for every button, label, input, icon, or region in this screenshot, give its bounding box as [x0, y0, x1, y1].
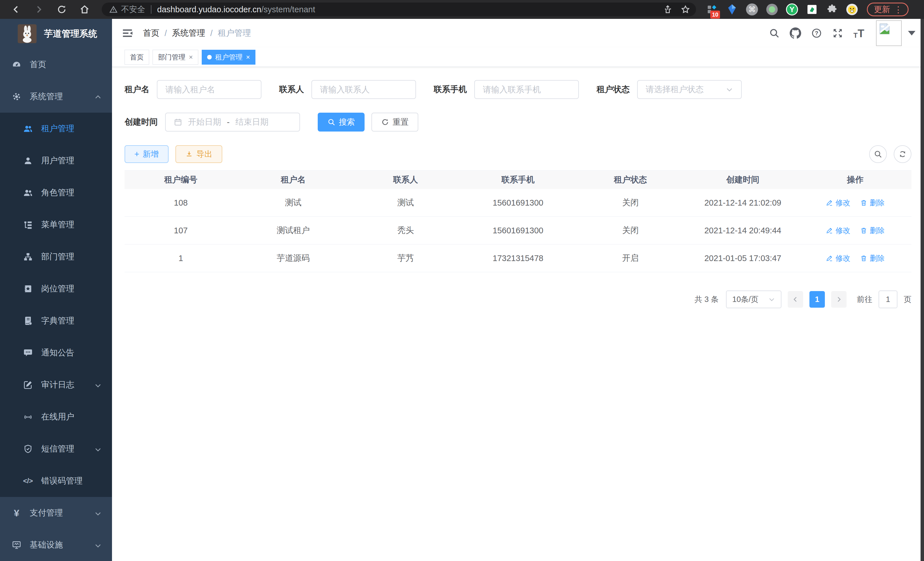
help-button[interactable]: ?: [811, 27, 822, 39]
sidebar-item-error-code[interactable]: </> 错误码管理: [0, 465, 112, 497]
sidebar-logo[interactable]: 芋道管理系统: [0, 19, 112, 49]
download-icon: [185, 150, 193, 158]
sidebar-item-home[interactable]: 首页: [0, 49, 112, 81]
home-icon: [80, 4, 90, 15]
browser-menu-dots-icon[interactable]: ⋮: [894, 5, 903, 15]
cell-tenant-name: 测试租户: [237, 225, 349, 236]
sidebar-item-label: 短信管理: [41, 443, 94, 455]
chevron-left-icon: [792, 296, 799, 303]
reset-button[interactable]: 重置: [371, 113, 418, 132]
col-header-actions: 操作: [799, 174, 911, 186]
sidebar-item-tenant[interactable]: 租户管理: [0, 113, 112, 145]
header-search-button[interactable]: [769, 27, 780, 39]
tenant-name-label: 租户名: [124, 84, 149, 95]
user-avatar-menu[interactable]: [876, 20, 915, 46]
sidebar-collapse-button[interactable]: [121, 27, 134, 39]
profile-avatar-button[interactable]: [846, 3, 858, 16]
tab-dept[interactable]: 部门管理 ×: [153, 50, 198, 65]
extension-grid-icon[interactable]: 10: [706, 3, 718, 16]
github-link[interactable]: [790, 27, 801, 39]
tab-close-icon[interactable]: ×: [246, 53, 250, 61]
sidebar-item-menu[interactable]: 菜单管理: [0, 209, 112, 241]
edit-link[interactable]: 修改: [826, 198, 850, 208]
tab-tenant[interactable]: 租户管理 ×: [202, 50, 255, 65]
dashboard-icon: [11, 59, 22, 70]
avatar[interactable]: [876, 20, 902, 46]
bookmark-button[interactable]: [681, 5, 690, 14]
table-header-row: 租户编号 租户名 联系人 联系手机 租户状态 创建时间 操作: [124, 171, 911, 189]
fullscreen-button[interactable]: [832, 27, 843, 39]
col-header-created: 创建时间: [687, 174, 799, 186]
date-start-placeholder: 开始日期: [188, 116, 221, 128]
delete-link[interactable]: 删除: [860, 253, 885, 263]
toggle-search-button[interactable]: [869, 145, 887, 163]
search-button[interactable]: 搜索: [318, 113, 364, 132]
edit-link[interactable]: 修改: [826, 253, 850, 263]
sidebar-item-notice[interactable]: 通知公告: [0, 337, 112, 369]
share-button[interactable]: [663, 5, 673, 14]
extension-record-icon[interactable]: [766, 3, 778, 16]
address-bar[interactable]: 不安全 dashboard.yudao.iocoder.cn/system/te…: [102, 3, 696, 16]
security-indicator[interactable]: 不安全: [109, 4, 145, 15]
edit-pencil-icon: [826, 199, 833, 206]
sidebar-item-post[interactable]: 岗位管理: [0, 273, 112, 305]
edit-link[interactable]: 修改: [826, 226, 850, 236]
breadcrumb-system[interactable]: 系统管理: [172, 27, 205, 39]
sidebar-item-online-users[interactable]: 在线用户: [0, 401, 112, 433]
tab-close-icon[interactable]: ×: [189, 53, 193, 61]
delete-link-label: 删除: [870, 198, 885, 208]
sidebar-item-sms[interactable]: 短信管理: [0, 433, 112, 465]
tab-label: 部门管理: [158, 53, 185, 62]
add-button[interactable]: + 新增: [124, 145, 169, 163]
cell-status: 开启: [574, 253, 687, 264]
users-icon: [23, 123, 33, 134]
refresh-table-button[interactable]: [894, 145, 911, 163]
goto-page-input[interactable]: [879, 290, 897, 308]
extensions-puzzle-button[interactable]: [826, 3, 838, 16]
contact-input[interactable]: [320, 85, 407, 94]
browser-update-button[interactable]: 更新 ⋮: [867, 3, 909, 16]
sidebar-item-infra[interactable]: 基础设施: [0, 529, 112, 561]
font-size-button[interactable]: TT: [853, 27, 865, 39]
status-select[interactable]: 请选择租户状态: [637, 80, 742, 99]
reload-icon: [57, 4, 67, 15]
window-edge-scrollbar[interactable]: [921, 19, 924, 561]
mobile-input[interactable]: [483, 85, 570, 94]
sidebar-item-dict[interactable]: 字典管理: [0, 305, 112, 337]
extension-cmd-icon[interactable]: ⌘: [746, 3, 758, 16]
delete-link[interactable]: 删除: [860, 226, 885, 236]
tab-label: 租户管理: [215, 53, 243, 62]
browser-home-button[interactable]: [79, 4, 90, 15]
page-size-select[interactable]: 10条/页: [726, 290, 782, 308]
browser-reload-button[interactable]: [56, 4, 68, 15]
export-button[interactable]: 导出: [176, 145, 222, 163]
prev-page-button[interactable]: [788, 291, 803, 308]
extension-kite-icon[interactable]: [726, 3, 738, 16]
cell-tenant-name: 芋道源码: [237, 253, 349, 264]
sidebar-item-label: 审计日志: [41, 379, 94, 391]
sidebar-item-audit-log[interactable]: 审计日志: [0, 369, 112, 401]
extension-docs-icon[interactable]: [806, 3, 818, 16]
logo-image: [18, 24, 37, 43]
browser-forward-button[interactable]: [33, 4, 45, 15]
sidebar-item-user[interactable]: 用户管理: [0, 145, 112, 177]
sidebar-item-dept[interactable]: 部门管理: [0, 241, 112, 273]
page-number-1[interactable]: 1: [809, 291, 825, 308]
sidebar-item-role[interactable]: 角色管理: [0, 177, 112, 209]
trash-icon: [860, 227, 867, 234]
yuque-icon: Y: [786, 3, 798, 15]
tab-home[interactable]: 首页: [124, 50, 149, 65]
tenant-name-input[interactable]: [165, 85, 253, 94]
cell-mobile: 15601691300: [462, 226, 574, 235]
date-range-picker[interactable]: 开始日期 - 结束日期: [165, 113, 300, 132]
next-page-button[interactable]: [831, 291, 847, 308]
sidebar-item-system[interactable]: 系统管理: [0, 81, 112, 113]
sidebar-item-pay[interactable]: ¥ 支付管理: [0, 497, 112, 529]
breadcrumb-home[interactable]: 首页: [143, 27, 159, 39]
calendar-icon: [174, 118, 182, 126]
yen-icon: ¥: [11, 508, 22, 518]
browser-toolbar: 不安全 dashboard.yudao.iocoder.cn/system/te…: [0, 0, 924, 19]
browser-back-button[interactable]: [10, 4, 22, 15]
delete-link[interactable]: 删除: [860, 198, 885, 208]
extension-yuque-icon[interactable]: Y: [786, 3, 798, 16]
